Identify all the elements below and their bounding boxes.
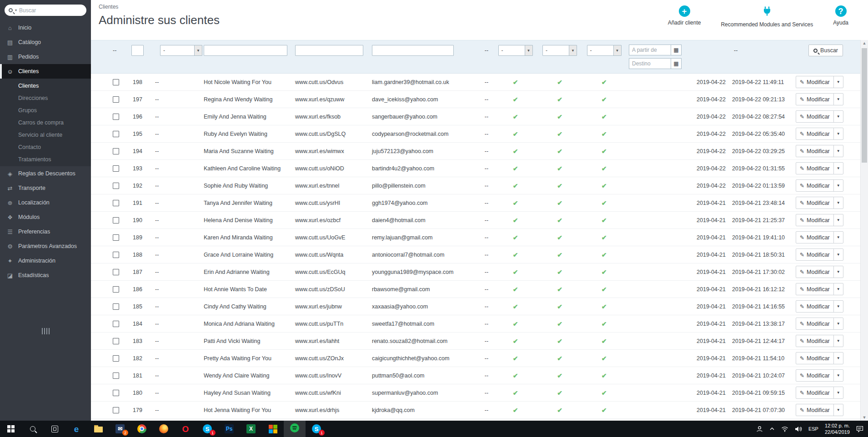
newsletter-check-icon[interactable]: ✔ bbox=[557, 113, 562, 120]
modify-button[interactable]: ✎Modificar▼ bbox=[796, 266, 843, 278]
excel-taskbar-button[interactable]: X bbox=[240, 421, 262, 437]
caret-down-icon[interactable]: ▼ bbox=[834, 235, 843, 239]
modify-button[interactable]: ✎Modificar▼ bbox=[796, 404, 843, 416]
row-checkbox[interactable] bbox=[113, 252, 119, 258]
modify-button[interactable]: ✎Modificar▼ bbox=[796, 335, 843, 347]
newsletter-check-icon[interactable]: ✔ bbox=[557, 389, 562, 397]
row-checkbox[interactable] bbox=[113, 200, 119, 206]
modify-button[interactable]: ✎Modificar▼ bbox=[796, 162, 843, 174]
enabled-check-icon[interactable]: ✔ bbox=[513, 113, 518, 120]
enabled-check-icon[interactable]: ✔ bbox=[513, 199, 518, 207]
people-icon[interactable] bbox=[756, 426, 763, 432]
optin-check-icon[interactable]: ✔ bbox=[602, 96, 607, 103]
optin-check-icon[interactable]: ✔ bbox=[602, 355, 607, 362]
caret-down-icon[interactable]: ▼ bbox=[834, 132, 843, 136]
modify-button[interactable]: ✎Modificar▼ bbox=[796, 231, 843, 243]
caret-down-icon[interactable]: ▼ bbox=[834, 80, 843, 84]
caret-down-icon[interactable]: ▼ bbox=[834, 114, 843, 119]
modify-button[interactable]: ✎Modificar▼ bbox=[796, 369, 843, 382]
caret-down-icon[interactable]: ▼ bbox=[834, 408, 843, 412]
photoshop-taskbar-button[interactable]: Ps bbox=[218, 421, 240, 437]
chrome-taskbar-button[interactable] bbox=[131, 421, 153, 437]
newsletter-check-icon[interactable]: ✔ bbox=[557, 234, 562, 241]
enabled-check-icon[interactable]: ✔ bbox=[513, 234, 518, 241]
optin-check-icon[interactable]: ✔ bbox=[602, 303, 607, 310]
sidebar-item-para-metros-avanzados[interactable]: ⚙Parámetros Avanzados bbox=[0, 239, 91, 253]
enabled-check-icon[interactable]: ✔ bbox=[513, 148, 518, 155]
file-explorer-taskbar-button[interactable] bbox=[87, 421, 109, 437]
newsletter-check-icon[interactable]: ✔ bbox=[557, 182, 562, 189]
caret-down-icon[interactable]: ▼ bbox=[834, 97, 843, 101]
modify-button[interactable]: ✎Modificar▼ bbox=[796, 352, 843, 364]
filter-optin-select[interactable]: - ▼ bbox=[587, 45, 622, 56]
row-checkbox[interactable] bbox=[113, 390, 119, 396]
sidebar-item-pedidos[interactable]: ▥Pedidos bbox=[0, 50, 91, 64]
caret-down-icon[interactable]: ▼ bbox=[834, 184, 843, 188]
optin-check-icon[interactable]: ✔ bbox=[602, 79, 607, 86]
sidebar-subitem-grupos[interactable]: Grupos bbox=[0, 104, 91, 116]
sidebar-subitem-contacto[interactable]: Contacto bbox=[0, 141, 91, 153]
enabled-check-icon[interactable]: ✔ bbox=[513, 286, 518, 293]
sidebar-item-localizacio-n[interactable]: ⊕Localización bbox=[0, 195, 91, 210]
ayuda-button[interactable]: ?Ayuda bbox=[833, 5, 848, 28]
sidebar-item-clientes[interactable]: ☺Clientes bbox=[0, 64, 91, 79]
optin-check-icon[interactable]: ✔ bbox=[602, 165, 607, 172]
modify-button[interactable]: ✎Modificar▼ bbox=[796, 145, 843, 157]
filter-social-title-select[interactable]: - ▼ bbox=[160, 45, 202, 56]
enabled-check-icon[interactable]: ✔ bbox=[513, 182, 518, 189]
caret-down-icon[interactable]: ▼ bbox=[834, 373, 843, 377]
optin-check-icon[interactable]: ✔ bbox=[602, 286, 607, 293]
clock[interactable]: 12:02 p. m. 22/04/2019 bbox=[825, 422, 850, 436]
enabled-check-icon[interactable]: ✔ bbox=[513, 217, 518, 224]
row-checkbox[interactable] bbox=[113, 234, 119, 241]
sidebar-subitem-tratamientos[interactable]: Tratamientos bbox=[0, 153, 91, 165]
firefox-taskbar-button[interactable] bbox=[153, 421, 175, 437]
enabled-check-icon[interactable]: ✔ bbox=[513, 355, 518, 362]
caret-down-icon[interactable]: ▼ bbox=[834, 201, 843, 205]
mail-taskbar-button[interactable]: ✉2 bbox=[109, 421, 131, 437]
filter-date-from-input[interactable] bbox=[629, 45, 671, 55]
modify-button[interactable]: ✎Modificar▼ bbox=[796, 214, 843, 226]
modify-button[interactable]: ✎Modificar▼ bbox=[796, 387, 843, 399]
chevron-down-icon[interactable]: ▾ bbox=[15, 8, 17, 12]
filter-date-to-input[interactable] bbox=[629, 58, 671, 69]
opera-taskbar-button[interactable]: O bbox=[175, 421, 196, 437]
newsletter-check-icon[interactable]: ✔ bbox=[557, 355, 562, 362]
taskbar-search-taskbar-button[interactable] bbox=[22, 421, 44, 437]
sidebar-subitem-carros-de-compra[interactable]: Carros de compra bbox=[0, 116, 91, 129]
caret-down-icon[interactable]: ▼ bbox=[834, 149, 843, 153]
chevron-up-icon[interactable] bbox=[769, 427, 775, 431]
enabled-check-icon[interactable]: ✔ bbox=[513, 320, 518, 328]
row-checkbox[interactable] bbox=[113, 79, 119, 85]
modify-button[interactable]: ✎Modificar▼ bbox=[796, 179, 843, 192]
optin-check-icon[interactable]: ✔ bbox=[602, 113, 607, 120]
action-center-icon[interactable] bbox=[856, 426, 863, 432]
newsletter-check-icon[interactable]: ✔ bbox=[557, 165, 562, 172]
sidebar-item-mo-dulos[interactable]: ❖Módulos bbox=[0, 210, 91, 224]
newsletter-check-icon[interactable]: ✔ bbox=[557, 286, 562, 293]
modify-button[interactable]: ✎Modificar▼ bbox=[796, 197, 843, 209]
store-taskbar-button[interactable] bbox=[262, 421, 284, 437]
scroll-down-icon[interactable]: ▼ bbox=[861, 415, 868, 420]
row-checkbox[interactable] bbox=[113, 148, 119, 154]
skype-taskbar-button[interactable]: S1 bbox=[196, 421, 218, 437]
caret-down-icon[interactable]: ▼ bbox=[834, 339, 843, 343]
optin-check-icon[interactable]: ✔ bbox=[602, 372, 607, 379]
recommended-modules-and-services-button[interactable]: Recommended Modules and Services bbox=[721, 5, 813, 28]
scroll-up-icon[interactable]: ▲ bbox=[861, 41, 868, 45]
enabled-check-icon[interactable]: ✔ bbox=[513, 268, 518, 276]
calendar-icon[interactable]: ▦ bbox=[671, 58, 682, 69]
sidebar-subitem-direcciones[interactable]: Direcciones bbox=[0, 92, 91, 104]
vertical-scrollbar[interactable]: ▲ ▼ bbox=[860, 40, 868, 421]
caret-down-icon[interactable]: ▼ bbox=[834, 270, 843, 274]
filter-email-input[interactable] bbox=[372, 45, 454, 56]
optin-check-icon[interactable]: ✔ bbox=[602, 338, 607, 345]
enabled-check-icon[interactable]: ✔ bbox=[513, 165, 518, 172]
row-checkbox[interactable] bbox=[113, 407, 119, 413]
newsletter-check-icon[interactable]: ✔ bbox=[557, 338, 562, 345]
caret-down-icon[interactable]: ▼ bbox=[834, 322, 843, 326]
modify-button[interactable]: ✎Modificar▼ bbox=[796, 128, 843, 140]
modify-button[interactable]: ✎Modificar▼ bbox=[796, 76, 843, 88]
row-checkbox[interactable] bbox=[113, 286, 119, 293]
task-view-taskbar-button[interactable] bbox=[44, 421, 65, 437]
